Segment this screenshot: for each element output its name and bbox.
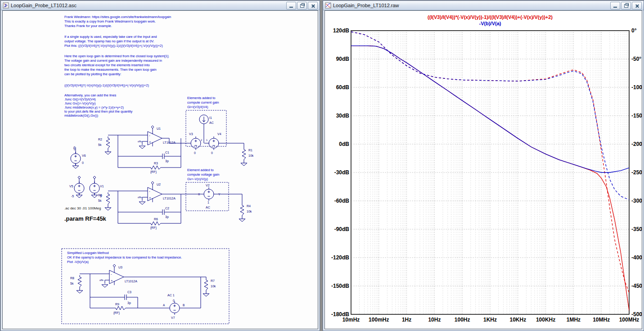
- component-R8[interactable]: R85k: [70, 275, 83, 293]
- y-axis-left-labels: 120dB90dB60dB30dB0dB-30dB-60dB-90dB-120d…: [331, 27, 349, 317]
- component-V6[interactable]: offsV60: [71, 146, 86, 168]
- db-tick: 90dB: [336, 56, 350, 62]
- minimize-button[interactable]: [286, 2, 296, 9]
- label: offs: [138, 196, 142, 199]
- db-tick: -60dB: [334, 198, 350, 204]
- component-C2[interactable]: C23p: [157, 207, 170, 219]
- label: R5: [98, 194, 102, 197]
- schematic-titlebar[interactable]: LoopGain_Probe_LT1012.asc: [1, 1, 320, 10]
- comment-line: .func Gi()=I(V3)/I(V4): [64, 97, 96, 101]
- component-V5[interactable]: V5-5: [69, 176, 84, 198]
- component-I1[interactable]: I1AC: [199, 115, 214, 124]
- label: R1: [248, 149, 252, 152]
- trace-title-blue: -V(b)/V(a): [479, 21, 501, 26]
- component-U3[interactable]: -+U3LT1012Aoffs: [99, 264, 137, 285]
- label: -5: [71, 195, 74, 198]
- comment-line: Gv=-V(x)/V(y): [187, 177, 208, 181]
- annotation-current-gain: Elements added tocompute current gainGi=…: [187, 96, 219, 109]
- label: 10k: [248, 154, 254, 157]
- label: C2: [165, 207, 169, 210]
- comment-line: Elements added to: [187, 96, 216, 100]
- label: +: [149, 140, 151, 144]
- directive-text: .param RF=45k: [64, 215, 107, 222]
- db-tick: 60dB: [336, 84, 350, 91]
- comment-line: If a single supply is used, especially t…: [64, 35, 157, 39]
- component-U2[interactable]: -+U2LT1012Aoffs: [138, 181, 176, 202]
- label: X: [198, 193, 200, 196]
- comment-line: Simplified Loopgain Method: [67, 251, 109, 255]
- label: A: [163, 304, 165, 307]
- label: U1: [157, 127, 161, 130]
- comment-line: Gi=I(V3)/I(V4): [187, 105, 208, 109]
- restore-icon: [300, 4, 304, 8]
- freq-tick: 1MHz: [567, 317, 581, 323]
- restore-button[interactable]: [297, 2, 307, 9]
- close-button[interactable]: [308, 2, 318, 9]
- net-labels-circuit1: 21: [201, 139, 207, 141]
- comment-line: compute voltage gain: [187, 172, 219, 177]
- component-C3[interactable]: C33p: [119, 290, 132, 305]
- component-R9[interactable]: R9{RF}: [113, 303, 127, 315]
- waveform-titlebar[interactable]: LoopGain_Probe_LT1012.raw: [323, 1, 644, 10]
- label: C1: [165, 151, 169, 154]
- component-R6[interactable]: R6{RF}: [149, 218, 162, 230]
- schematic-drawing[interactable]: Frank Wiedmann: https://sites.google.com…: [3, 11, 318, 329]
- phase-tick: 0°: [631, 27, 637, 34]
- label: 3p: [165, 215, 169, 219]
- label: AC: [206, 206, 210, 209]
- waveform-canvas[interactable]: ((I(V3)/I(V4))*(-V(x)/V(y))-1)/((I(V3)/I…: [324, 10, 642, 329]
- label: V7: [171, 316, 175, 319]
- phase-tick: -150°: [631, 113, 642, 119]
- component-V3[interactable]: V30: [189, 132, 201, 154]
- label: R4: [247, 204, 251, 208]
- label: offs: [73, 146, 76, 150]
- spice-directive-ac[interactable]: .ac dec 30 .01 100Meg: [64, 206, 101, 210]
- close-button[interactable]: [632, 2, 642, 9]
- db-tick: -30dB: [334, 169, 350, 176]
- comment-line: Element added to: [187, 168, 214, 172]
- label: {RF}: [113, 311, 120, 315]
- comment-line: Plot this: ((I(V3)/I(V4))*(-V(x)/V(y))-1…: [64, 44, 163, 48]
- component-R7[interactable]: R710k: [203, 278, 216, 296]
- spice-directive-param[interactable]: .param RF=45k: [64, 215, 107, 222]
- minimize-button[interactable]: [610, 2, 620, 9]
- plot-titles: ((I(V3)/I(V4))*(-V(x)/V(y))-1)/((I(V3)/I…: [428, 14, 553, 26]
- annotation-voltage-gain: Element added tocompute voltage gainGv=-…: [187, 168, 219, 181]
- schematic-canvas[interactable]: Frank Wiedmann: https://sites.google.com…: [2, 10, 318, 329]
- waveform-plot[interactable]: ((I(V3)/I(V4))*(-V(x)/V(y))-1)/((I(V3)/I…: [325, 11, 642, 329]
- component-U1[interactable]: -+U1LT1012Aoffs: [138, 126, 176, 146]
- component-V7[interactable]: AC 10V7: [167, 294, 180, 319]
- freq-tick: 10mHz: [342, 317, 360, 323]
- trace-title-red: ((I(V3)/I(V4))*(-V(x)/V(y))-1)/((I(V3)/I…: [428, 14, 553, 20]
- db-tick: 120dB: [333, 27, 349, 34]
- db-tick: 0dB: [339, 141, 349, 147]
- comments-header: Frank Wiedmann: https://sites.google.com…: [64, 15, 171, 28]
- label: B: [183, 304, 185, 307]
- restore-button[interactable]: [621, 2, 631, 9]
- label: V3: [189, 132, 193, 136]
- label: {RF}: [150, 226, 157, 230]
- comment-line: .func middlebrook(x,y) = (x*y-1)/(x+y+2): [64, 105, 124, 109]
- freq-tick: 100KHz: [536, 317, 555, 323]
- schematic-icon: [3, 2, 9, 9]
- component-R1[interactable]: R110k: [241, 148, 254, 166]
- minimize-icon: [613, 7, 617, 8]
- directive-text: .ac dec 30 .01 100Meg: [64, 206, 101, 210]
- freq-tick: 100MHz: [619, 317, 639, 323]
- label: -: [149, 133, 150, 137]
- component-R2[interactable]: R25k: [98, 136, 111, 154]
- label: V1: [100, 185, 104, 188]
- comment-line: two circuits identical except for the el…: [64, 63, 150, 67]
- component-R4[interactable]: R410k: [239, 204, 252, 222]
- comment-line: Plot -V(b)/V(a): [67, 260, 89, 264]
- phase-tick: -300°: [631, 198, 642, 204]
- comment-line: middlebrook(Gi(),Gv()): [64, 113, 99, 118]
- comment-line: output voltage. The opamp has no gain if…: [64, 39, 154, 43]
- label: V4: [217, 132, 221, 136]
- loopgain-formula: ((I(V3)/I(V4))*(-V(x)/V(y))-1)/((I(V3)/I…: [64, 83, 149, 87]
- component-V2[interactable]: V2XY1AC: [198, 184, 221, 209]
- label: I1: [209, 116, 212, 119]
- component-R3[interactable]: R3{RF}: [149, 162, 162, 174]
- label: U3: [118, 266, 122, 269]
- component-C1[interactable]: C13p: [157, 151, 170, 163]
